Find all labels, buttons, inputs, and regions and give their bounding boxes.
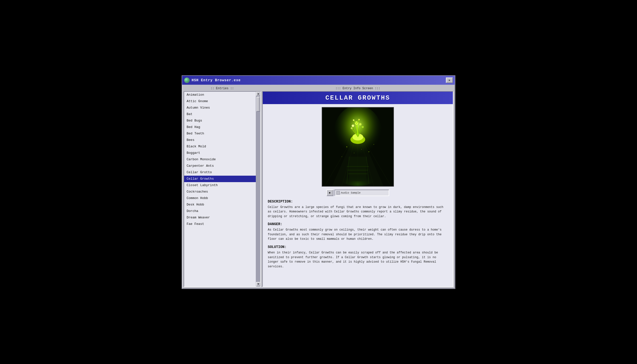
list-item[interactable]: Carbon Monoxide — [184, 156, 256, 163]
list-item[interactable]: Common Hobb — [184, 195, 256, 202]
list-item[interactable]: Closet Labyrinth — [184, 182, 256, 188]
scroll-down-button[interactable]: ▼ — [256, 282, 261, 286]
svg-rect-25 — [349, 156, 366, 181]
entry-header: Cellar Growths — [263, 92, 453, 104]
main-window: HSH Entry Browser.exe ✕ :: Entries :: An… — [182, 75, 455, 289]
scroll-track — [256, 96, 260, 282]
entry-body: ▶ Audio Sample DESCRIPTION: Cellar Growt… — [263, 104, 453, 286]
title-bar: HSH Entry Browser.exe ✕ — [182, 76, 455, 85]
entries-list: AnimationAttic GnomeAutumn VinesBatBed B… — [184, 92, 256, 286]
left-panel: :: Entries :: AnimationAttic GnomeAutumn… — [184, 86, 261, 287]
solution-title: SOLUTION: — [268, 245, 448, 249]
svg-point-36 — [354, 152, 354, 153]
play-button[interactable]: ▶ — [326, 190, 333, 196]
list-container: AnimationAttic GnomeAutumn VinesBatBed B… — [184, 91, 261, 287]
danger-text: As Cellar Growths most commonly grow on … — [268, 228, 448, 242]
audio-bar: ▶ Audio Sample — [268, 190, 448, 196]
list-item[interactable]: Bed Bugs — [184, 118, 256, 124]
creature-svg — [322, 108, 393, 186]
svg-point-34 — [373, 144, 374, 144]
list-item[interactable]: Bat — [184, 111, 256, 118]
creature-image — [322, 107, 394, 186]
title-bar-left: HSH Entry Browser.exe — [184, 78, 241, 83]
entry-title: Cellar Growths — [325, 94, 390, 102]
list-item[interactable]: Cockroaches — [184, 188, 256, 195]
svg-point-33 — [341, 156, 342, 157]
audio-label: Audio Sample — [341, 191, 361, 194]
svg-point-35 — [361, 149, 362, 149]
right-panel: ::: Entry Info Screen ::: Cellar Growths — [262, 86, 453, 287]
list-item[interactable]: Black Mold — [184, 143, 256, 150]
list-item[interactable]: Carpenter Ants — [184, 163, 256, 169]
audio-icon — [336, 191, 340, 194]
list-item[interactable]: Bed Hag — [184, 124, 256, 130]
list-scrollbar: ▲ ▼ — [256, 92, 260, 286]
list-item[interactable]: Dream Weaver — [184, 214, 256, 221]
svg-point-22 — [353, 119, 354, 121]
list-item[interactable]: Attic Gnome — [184, 98, 256, 104]
main-area: :: Entries :: AnimationAttic GnomeAutumn… — [182, 85, 455, 288]
description-title: DESCRIPTION: — [268, 200, 448, 204]
svg-point-19 — [351, 127, 353, 129]
svg-point-17 — [359, 123, 361, 126]
description-text: Cellar Growths are a large species of fu… — [268, 205, 448, 219]
svg-point-32 — [368, 151, 369, 152]
svg-point-23 — [358, 119, 360, 120]
list-item[interactable]: Cellar Growths — [184, 176, 256, 182]
list-item[interactable]: Fae Feast — [184, 221, 256, 227]
image-container — [268, 107, 448, 186]
entry-content: Cellar Growths — [262, 91, 453, 287]
svg-point-31 — [346, 146, 347, 147]
svg-point-18 — [362, 126, 364, 128]
solution-text: When in their infancy, Cellar Growths ca… — [268, 250, 448, 269]
entry-info-label: ::: Entry Info Screen ::: — [262, 86, 453, 91]
scroll-thumb[interactable] — [257, 97, 260, 112]
window-title: HSH Entry Browser.exe — [191, 78, 241, 82]
list-item[interactable]: Cellar Grotto — [184, 169, 256, 176]
list-item[interactable]: Bees — [184, 137, 256, 143]
list-item[interactable]: Desk Hobb — [184, 202, 256, 208]
close-button[interactable]: ✕ — [446, 78, 453, 83]
scroll-up-button[interactable]: ▲ — [256, 92, 261, 96]
list-item[interactable]: Autumn Vines — [184, 104, 256, 111]
list-item[interactable]: Animation — [184, 92, 256, 98]
list-item[interactable]: Dorcha — [184, 208, 256, 214]
app-icon — [184, 78, 190, 83]
audio-field: Audio Sample — [334, 190, 389, 196]
list-item[interactable]: Boggart — [184, 150, 256, 156]
entries-label: :: Entries :: — [184, 86, 261, 91]
svg-point-15 — [352, 124, 354, 127]
list-item[interactable]: Bed Teeth — [184, 130, 256, 137]
danger-title: DANGER: — [268, 222, 448, 226]
